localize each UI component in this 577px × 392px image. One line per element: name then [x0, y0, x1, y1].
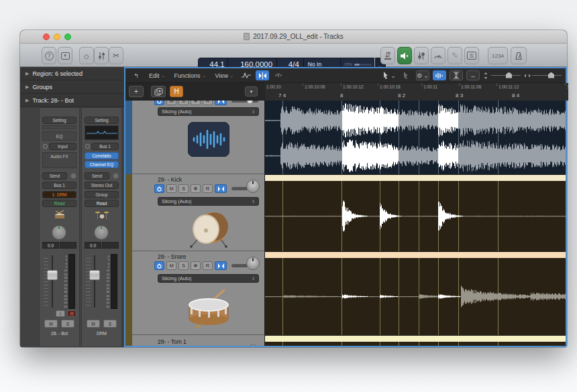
input-format-icon[interactable]: [43, 144, 48, 149]
zoom-slider-thumb[interactable]: [506, 72, 512, 78]
strip1-volume-value[interactable]: 0.0: [42, 242, 59, 249]
strip1-eq-slot[interactable]: EQ: [42, 131, 76, 141]
count-in-button[interactable]: 1234: [488, 47, 508, 64]
strip1-audio-fx-slot[interactable]: Audio FX: [42, 152, 76, 168]
strip2-mute-button[interactable]: M: [87, 320, 100, 328]
track1-flex-mode-select[interactable]: Slicing (Auto)⇕: [158, 107, 259, 116]
tool-menu-command[interactable]: [399, 70, 413, 80]
fader-thumb[interactable]: [47, 270, 58, 280]
strip2-plugin1-button[interactable]: Correlatio: [85, 152, 119, 159]
catch-button[interactable]: ›T‹: [272, 70, 285, 80]
strip1-pan-knob[interactable]: [52, 225, 66, 240]
smart-controls-alt-button[interactable]: [414, 47, 429, 64]
track-header-options-button[interactable]: ▾: [245, 86, 258, 96]
smart-controls-button[interactable]: ☼: [79, 47, 94, 64]
strip1-input-button[interactable]: Input: [49, 143, 76, 150]
tom-track-name[interactable]: 28- - Tom 1: [158, 338, 187, 345]
tom-waveform[interactable]: [265, 342, 566, 346]
horizontal-zoom-slider[interactable]: [524, 72, 562, 79]
strip2-pan-value[interactable]: [102, 242, 119, 249]
snare-track-name[interactable]: 28- - Snare: [158, 253, 187, 260]
add-track-button[interactable]: +: [129, 86, 144, 97]
quick-help-button[interactable]: ?: [42, 47, 56, 64]
software-monitoring-button[interactable]: [397, 47, 412, 64]
strip1-automation-button[interactable]: Read: [42, 200, 76, 207]
track-flex-button[interactable]: [215, 184, 227, 193]
tom-pan-knob[interactable]: [246, 344, 260, 346]
strip2-output-button[interactable]: Stereo Out: [85, 182, 119, 189]
strip2-pan-knob[interactable]: [94, 225, 109, 240]
zoom-slider-thumb[interactable]: [548, 72, 554, 78]
track-power-button[interactable]: [154, 101, 164, 105]
duplicate-track-button[interactable]: [151, 86, 166, 97]
kick-pan-knob[interactable]: [246, 180, 260, 193]
snap-gear-menu[interactable]: ⚙⌄: [416, 70, 429, 80]
pencil-tool-button[interactable]: ✎: [448, 47, 462, 64]
fader-thumb[interactable]: [89, 270, 100, 280]
tom-region-name-bar[interactable]: [265, 335, 566, 342]
autopunch-button[interactable]: ⇵: [380, 47, 395, 64]
catch-playhead-icon[interactable]: ↰: [129, 70, 143, 80]
strip1-output-button[interactable]: Bus 1: [42, 182, 76, 189]
vertical-auto-zoom-button[interactable]: [450, 70, 463, 80]
track-power-button[interactable]: [154, 261, 164, 270]
strip2-plugin2-button[interactable]: Channel EQ: [85, 161, 119, 168]
strip2-setting-button[interactable]: Setting: [85, 117, 119, 124]
kick-track-name[interactable]: 28- - Kick: [158, 176, 182, 183]
editors-button[interactable]: ✂: [109, 47, 123, 64]
strip1-gain-slot[interactable]: [42, 125, 76, 129]
track-volume-slider[interactable]: [231, 101, 258, 103]
track-flex-button[interactable]: [215, 101, 227, 105]
strip2-input-button[interactable]: Bus 1: [91, 143, 119, 150]
waveform-zoom-button[interactable]: [433, 70, 446, 80]
strip1-solo-button[interactable]: S: [61, 320, 74, 328]
snare-region-name-bar[interactable]: [265, 251, 566, 258]
horizontal-auto-zoom-button[interactable]: ↔: [466, 70, 480, 80]
region-inspector-header[interactable]: ▶Region: 6 selected: [20, 67, 124, 80]
track-freeze-button[interactable]: ❄: [191, 261, 201, 270]
title-bar[interactable]: 2017.09.29_OLL_edit - Tracks: [20, 30, 567, 44]
track1-lane[interactable]: [265, 101, 566, 174]
edit-menu[interactable]: Edit⌄: [146, 71, 168, 80]
strip1-pan-value[interactable]: [60, 242, 76, 249]
view-menu[interactable]: View⌄: [212, 71, 237, 80]
track-record-button[interactable]: R: [203, 101, 213, 105]
vertical-zoom-slider[interactable]: [483, 72, 521, 79]
snare-flex-mode-select[interactable]: Slicing (Auto)⇕: [158, 274, 259, 283]
strip1-send-button[interactable]: Send: [42, 172, 67, 180]
kick-region-name-bar[interactable]: [265, 174, 566, 181]
timeline-ruler[interactable]: 1:00:101:00:10:061:00:10:121:00:10:181:0…: [265, 83, 568, 101]
snare-header[interactable]: 28- - Snare M S ❄ R Slicing (Auto)⇕: [132, 251, 265, 335]
groups-inspector-header[interactable]: ▶Groups: [20, 80, 124, 94]
send-knob[interactable]: [70, 173, 76, 179]
track-power-button[interactable]: [154, 184, 164, 193]
flex-view-icon[interactable]: [240, 70, 253, 80]
solo-mode-button[interactable]: S: [464, 47, 479, 64]
input-format-icon[interactable]: [85, 144, 90, 149]
functions-menu[interactable]: Functions⌄: [171, 71, 209, 80]
kick-flex-mode-select[interactable]: Slicing (Auto)⇕: [158, 197, 259, 206]
kick-header[interactable]: 28- - Kick M S ❄ R Slicing (Auto)⇕: [132, 174, 265, 251]
strip2-fader[interactable]: 03691215182124303640455060: [85, 254, 119, 309]
kick-lane[interactable]: [265, 181, 566, 251]
strip1-record-enable-button[interactable]: R: [67, 310, 76, 317]
strip1-group-button[interactable]: 1: DRM: [42, 191, 76, 198]
strip2-group-button[interactable]: Group: [85, 191, 119, 198]
show-flex-button[interactable]: [256, 70, 269, 80]
strip2-automation-button[interactable]: Read: [85, 200, 119, 207]
track-solo-button[interactable]: S: [178, 261, 189, 270]
tool-menu-pointer[interactable]: ⌄: [382, 70, 396, 80]
track-freeze-button[interactable]: ❄: [191, 184, 201, 193]
tuner-button[interactable]: [431, 47, 445, 64]
snare-lane[interactable]: [265, 258, 566, 335]
track-solo-button[interactable]: S: [178, 184, 189, 193]
track-mute-button[interactable]: M: [166, 184, 176, 193]
strip1-setting-button[interactable]: Setting: [42, 117, 76, 124]
tom-header[interactable]: 28- - Tom 1: [132, 335, 265, 346]
send-knob[interactable]: [113, 173, 119, 179]
strip2-volume-value[interactable]: 0.0: [85, 242, 101, 249]
snare-pan-knob[interactable]: [246, 257, 260, 270]
strip2-eq-thumbnail[interactable]: [85, 125, 119, 140]
inspector-toggle-button[interactable]: ▾: [58, 47, 72, 64]
track-mute-button[interactable]: M: [166, 101, 176, 105]
